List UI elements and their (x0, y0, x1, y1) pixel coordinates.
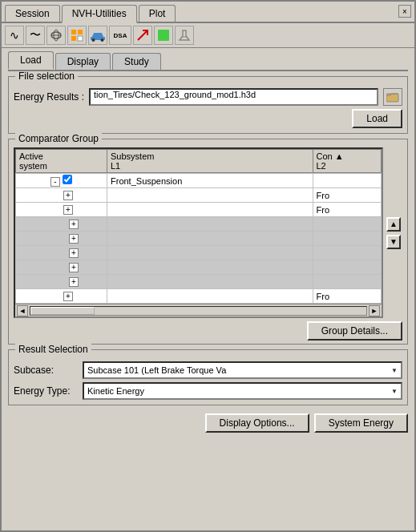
expand-btn[interactable]: + (69, 220, 79, 229)
energy-type-combo[interactable]: Kinetic Energy ▼ (83, 382, 402, 400)
horizontal-scrollbar[interactable]: ◄ ► (15, 304, 382, 316)
row-subsystem (107, 188, 313, 203)
bottom-button-row: Display Options... System Energy (8, 413, 408, 433)
expand-btn[interactable]: + (63, 205, 73, 215)
row-checkbox-cell: + (16, 275, 107, 289)
tab-display[interactable]: Display (55, 53, 111, 70)
row-subsystem (107, 217, 313, 232)
row-con: Fro (313, 188, 382, 203)
comparator-group: Comparator Group (8, 139, 408, 345)
row-checkbox-cell: + (16, 203, 107, 217)
circle-icon[interactable] (46, 26, 66, 45)
energy-type-value: Kinetic Energy (87, 386, 144, 396)
title-tab-plot[interactable]: Plot (139, 5, 176, 22)
tab-study[interactable]: Study (112, 53, 161, 70)
load-button[interactable]: Load (352, 109, 402, 128)
scroll-right-arrow[interactable]: ► (369, 305, 380, 316)
subcase-value: Subcase 101 (Left Brake Torque Va (87, 365, 226, 375)
scroll-down-button[interactable]: ▼ (386, 235, 401, 249)
svg-rect-3 (71, 30, 76, 34)
tab-row: Load Display Study (2, 48, 414, 71)
right-arrow-panel: ▲ ▼ (385, 147, 402, 318)
scroll-up-button[interactable]: ▲ (386, 217, 401, 232)
wave1-icon[interactable]: ∿ (5, 26, 24, 45)
file-browse-button[interactable] (383, 88, 402, 106)
row-checkbox-cell: + (16, 232, 107, 246)
wave2-icon[interactable]: 〜 (26, 26, 45, 45)
subcase-row: Subcase: Subcase 101 (Left Brake Torque … (14, 361, 402, 379)
col-active-system: Active system (16, 150, 107, 173)
subcase-combo-arrow: ▼ (391, 367, 398, 374)
green-icon[interactable] (154, 26, 173, 45)
svg-rect-6 (78, 36, 83, 41)
comparator-table-body: - Front_Suspension (15, 173, 382, 304)
expand-btn[interactable]: + (69, 248, 79, 258)
expand-btn[interactable]: + (69, 277, 79, 287)
arrow-icon[interactable] (133, 26, 152, 45)
table-row: - Front_Suspension (16, 174, 382, 188)
expand-btn[interactable]: + (63, 292, 73, 301)
scroll-track[interactable] (30, 306, 367, 316)
tab-load[interactable]: Load (8, 51, 54, 70)
subcase-label: Subcase: (14, 365, 78, 376)
row-checkbox-cell: + (16, 188, 107, 203)
svg-rect-5 (71, 36, 76, 41)
energy-type-row: Energy Type: Kinetic Energy ▼ (14, 382, 402, 400)
flask-icon[interactable] (175, 26, 194, 45)
row-con (313, 275, 382, 289)
close-button[interactable]: × (398, 5, 411, 18)
comparator-table-header: Active system Subsystem L1 Con ▲ (15, 149, 382, 173)
svg-point-8 (92, 38, 95, 42)
row-con (313, 217, 382, 232)
toolbar: ∿ 〜 DSA (2, 23, 414, 48)
row-con: Fro (313, 289, 382, 304)
row-subsystem (107, 246, 313, 260)
row-checkbox-cell: + (16, 260, 107, 275)
col-subsystem: Subsystem L1 (107, 150, 313, 173)
title-tab-nvh[interactable]: NVH-Utilities (62, 5, 137, 23)
energy-type-combo-arrow: ▼ (391, 388, 398, 395)
title-tab-session[interactable]: Session (5, 5, 60, 22)
result-selection-group: Result Selection Subcase: Subcase 101 (L… (8, 349, 408, 405)
comparator-group-label: Comparator Group (15, 133, 102, 144)
system-energy-button[interactable]: System Energy (314, 413, 408, 433)
main-window: Session NVH-Utilities Plot × ∿ 〜 DSA Loa… (0, 0, 416, 532)
row-checkbox-cell[interactable]: - (16, 174, 107, 188)
row-con (313, 174, 382, 188)
row-subsystem (107, 232, 313, 246)
table-row: + Fro (16, 203, 382, 217)
row-checkbox-cell: + (16, 246, 107, 260)
subcase-combo[interactable]: Subcase 101 (Left Brake Torque Va ▼ (83, 361, 402, 379)
row-checkbox[interactable] (63, 175, 72, 184)
main-content: File selection Energy Results : tion_Tir… (2, 71, 414, 530)
row-checkbox-cell: + (16, 217, 107, 232)
scroll-left-arrow[interactable]: ◄ (17, 305, 28, 316)
svg-point-9 (101, 38, 104, 42)
file-selection-group: File selection Energy Results : tion_Tir… (8, 76, 408, 134)
display-options-button[interactable]: Display Options... (205, 413, 309, 433)
expand-btn[interactable]: + (69, 234, 79, 244)
expand-btn[interactable]: - (50, 177, 60, 187)
row-subsystem: Front_Suspension (107, 174, 313, 188)
row-con (313, 246, 382, 260)
car-icon[interactable] (88, 26, 107, 45)
group-details-button[interactable]: Group Details... (307, 321, 402, 341)
row-con (313, 232, 382, 246)
table-row: + Fro (16, 289, 382, 304)
row-subsystem (107, 260, 313, 275)
table-row: + Fro (16, 188, 382, 203)
expand-btn[interactable]: + (69, 263, 79, 272)
grid-icon[interactable] (67, 26, 87, 45)
row-subsystem (107, 275, 313, 289)
row-con: Fro (313, 203, 382, 217)
row-subsystem (107, 203, 313, 217)
dsa-icon[interactable]: DSA (109, 26, 131, 45)
scroll-thumb[interactable] (30, 307, 95, 315)
table-row: + (16, 232, 382, 246)
expand-btn[interactable]: + (63, 191, 73, 200)
table-row: + (16, 217, 382, 232)
table-row: + (16, 260, 382, 275)
row-con (313, 260, 382, 275)
energy-type-label: Energy Type: (14, 385, 78, 397)
svg-rect-10 (158, 30, 169, 41)
